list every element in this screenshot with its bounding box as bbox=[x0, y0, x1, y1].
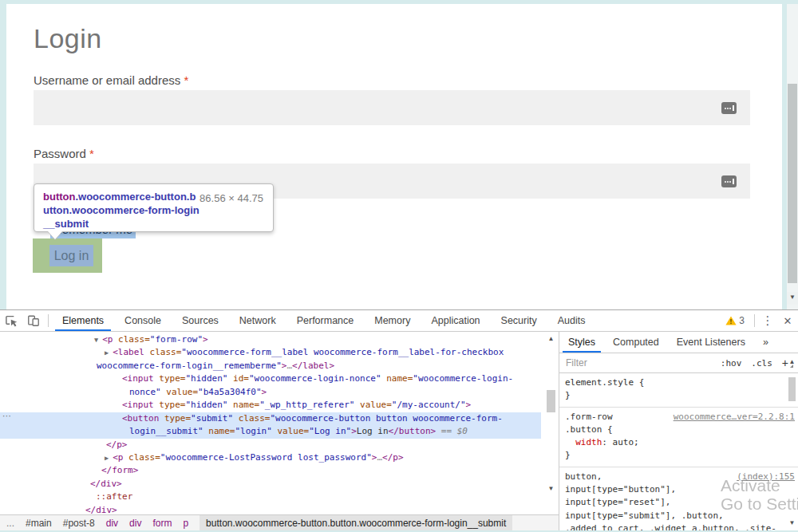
breadcrumb-item[interactable]: div bbox=[129, 518, 141, 529]
breadcrumb: ...#main#post-8divdivformpbutton.woocomm… bbox=[0, 514, 559, 530]
tooltip-arrow bbox=[48, 231, 62, 239]
tab-memory[interactable]: Memory bbox=[364, 310, 421, 331]
style-rule-row: input[type="reset"], bbox=[565, 496, 795, 509]
tab-sources[interactable]: Sources bbox=[172, 310, 229, 331]
tree-row[interactable]: </form> bbox=[0, 464, 541, 477]
toolbar-divider bbox=[754, 314, 755, 327]
tab-computed[interactable]: Computed bbox=[604, 332, 668, 353]
username-input[interactable] bbox=[34, 90, 750, 125]
devtools-menu-icon[interactable]: ⋮ bbox=[758, 313, 777, 328]
login-button[interactable]: Log in bbox=[33, 238, 102, 273]
tab-elements[interactable]: Elements bbox=[52, 310, 114, 331]
tree-row[interactable]: <input type="hidden" name="_wp_http_refe… bbox=[0, 399, 541, 412]
tab-styles[interactable]: Styles bbox=[559, 332, 604, 353]
style-rule-row: element.style { bbox=[565, 376, 795, 389]
pseudo-state-button[interactable]: :hov bbox=[716, 358, 747, 368]
scroll-up-icon[interactable]: ▲ bbox=[787, 357, 797, 368]
device-toolbar-icon[interactable] bbox=[22, 310, 45, 331]
tree-row[interactable]: <button type="submit" class="woocommerce… bbox=[0, 412, 541, 425]
breadcrumb-item[interactable]: div bbox=[106, 518, 118, 529]
required-asterisk: * bbox=[89, 147, 94, 160]
tab-network[interactable]: Network bbox=[229, 310, 286, 331]
tab-application[interactable]: Application bbox=[421, 310, 490, 331]
tooltip-line3: __submit bbox=[43, 217, 263, 231]
devtools-tabs: ElementsConsoleSourcesNetworkPerformance… bbox=[52, 310, 595, 331]
tab-performance[interactable]: Performance bbox=[286, 310, 365, 331]
tab-audits[interactable]: Audits bbox=[547, 310, 596, 331]
element-classes-button[interactable]: .cls bbox=[746, 358, 777, 368]
required-asterisk: * bbox=[184, 73, 188, 87]
tooltip-line2: utton.woocommerce-form-login bbox=[43, 203, 263, 217]
screen: { "page": { "title": "Login", "username_… bbox=[0, 0, 798, 532]
dom-tree: ▼ <p class="form-row">▶ <label class="wo… bbox=[0, 332, 559, 514]
scroll-down-icon[interactable]: ▼ bbox=[787, 518, 797, 529]
styles-filter-input[interactable] bbox=[563, 355, 716, 371]
warning-icon bbox=[725, 316, 737, 325]
breadcrumb-item[interactable]: #main bbox=[26, 518, 52, 529]
input-extension-icon[interactable] bbox=[721, 175, 737, 187]
elements-scrollbar[interactable]: ▲ ▼ bbox=[545, 333, 557, 515]
stylesheet-link[interactable]: woocommerce…ver=2.2.8:1 bbox=[674, 411, 795, 424]
scroll-down-icon[interactable]: ▼ bbox=[545, 483, 557, 495]
style-rule[interactable]: (index):155button,input[type="button"],i… bbox=[559, 467, 798, 530]
tab-security[interactable]: Security bbox=[491, 310, 547, 331]
tab-console[interactable]: Console bbox=[114, 310, 172, 331]
tooltip-classes: .woocommerce-button.b bbox=[75, 191, 196, 203]
breadcrumb-item[interactable]: button.woocommerce-button.button.woocomm… bbox=[200, 515, 512, 530]
tree-row[interactable]: </div> bbox=[0, 504, 541, 514]
page-scrollbar-thumb[interactable] bbox=[788, 84, 797, 283]
styles-filter-row: :hov .cls + bbox=[559, 353, 798, 373]
tree-row[interactable]: </div> bbox=[0, 478, 541, 491]
style-rule-row: input[type="submit"], .button, bbox=[565, 510, 795, 522]
style-rule-row: .button { bbox=[565, 424, 795, 436]
devtools-close-icon[interactable]: ✕ bbox=[777, 315, 798, 327]
scroll-down-icon[interactable]: ▼ bbox=[787, 292, 798, 305]
styles-tabs: StylesComputedEvent Listeners» bbox=[559, 332, 798, 353]
warning-count: 3 bbox=[739, 315, 745, 326]
tab-event-listeners[interactable]: Event Listeners bbox=[668, 332, 754, 353]
tree-row[interactable]: ▶ <p class="woocommerce-LostPassword los… bbox=[0, 451, 541, 464]
tree-row[interactable]: ::after bbox=[0, 491, 541, 503]
tree-row[interactable]: login__submit" name="login" value="Log i… bbox=[0, 425, 541, 438]
toolbar-divider bbox=[48, 314, 49, 327]
tooltip-tag: button bbox=[43, 191, 75, 203]
devtools-panel: ElementsConsoleSourcesNetworkPerformance… bbox=[0, 309, 798, 530]
password-label: Password * bbox=[34, 147, 94, 160]
breadcrumb-item[interactable]: form bbox=[152, 518, 172, 529]
style-rule[interactable]: woocommerce…ver=2.2.8:1.form-row.button … bbox=[559, 408, 798, 467]
styles-scrollbar[interactable]: ▲ ▼ bbox=[787, 357, 797, 529]
tree-row[interactable]: ▶ <label class="woocommerce-form__label … bbox=[0, 346, 541, 359]
page-scrollbar[interactable]: ▼ bbox=[787, 4, 798, 309]
scroll-up-icon[interactable]: ▲ bbox=[545, 333, 557, 345]
tooltip-dimensions: 86.56 × 44.75 bbox=[200, 191, 263, 205]
inspect-tooltip: button.woocommerce-button.b 86.56 × 44.7… bbox=[34, 183, 274, 232]
breadcrumb-item[interactable]: p bbox=[183, 518, 188, 529]
styles-scrollbar-thumb[interactable] bbox=[788, 377, 796, 401]
style-rule-row: } bbox=[565, 389, 795, 402]
warnings-badge[interactable]: 3 bbox=[719, 315, 751, 326]
style-rule-row: input[type="button"], bbox=[565, 483, 795, 496]
inspect-element-icon[interactable] bbox=[0, 310, 22, 331]
style-rule-row: width: auto; bbox=[565, 436, 795, 449]
breadcrumb-item[interactable]: #post-8 bbox=[63, 518, 95, 529]
page-title: Login bbox=[34, 23, 102, 54]
tree-row[interactable]: <input type="hidden" id="woocommerce-log… bbox=[0, 372, 541, 385]
styles-pane: StylesComputedEvent Listeners» :hov .cls… bbox=[559, 332, 798, 530]
style-rules: element.style {}woocommerce…ver=2.2.8:1.… bbox=[559, 373, 798, 530]
tree-row[interactable]: woocommerce-form-login__rememberme">…</l… bbox=[0, 360, 541, 372]
login-page: Login Username or email address * Passwo… bbox=[6, 4, 782, 309]
tree-row[interactable]: nonce" value="b4a5a304f0"> bbox=[0, 386, 541, 399]
login-button-label[interactable]: Log in bbox=[49, 245, 93, 266]
breadcrumb-item[interactable]: ... bbox=[6, 518, 14, 529]
username-label: Username or email address * bbox=[34, 73, 188, 87]
node-options-icon[interactable]: ⋯ bbox=[2, 411, 11, 421]
input-extension-icon[interactable] bbox=[721, 102, 737, 114]
devtools-toolbar: ElementsConsoleSourcesNetworkPerformance… bbox=[0, 310, 798, 332]
tree-row[interactable]: ▼ <p class="form-row"> bbox=[0, 333, 541, 346]
style-rule-row: } bbox=[565, 449, 795, 462]
tab--[interactable]: » bbox=[754, 332, 777, 353]
toolbar-right: 3 ⋮ ✕ bbox=[719, 310, 798, 331]
style-rule[interactable]: element.style {} bbox=[559, 373, 798, 408]
tree-row[interactable]: </p> bbox=[0, 439, 541, 451]
elements-scrollbar-thumb[interactable] bbox=[547, 390, 555, 412]
